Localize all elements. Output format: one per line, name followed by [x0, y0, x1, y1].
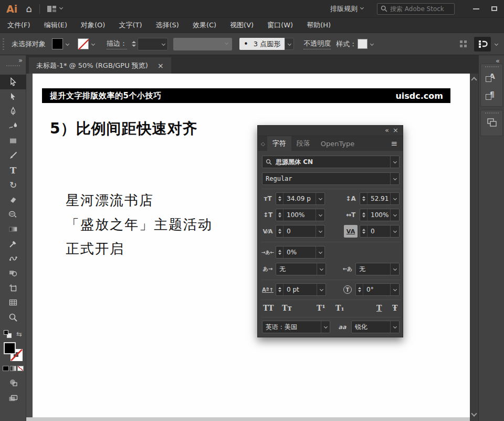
menu-object[interactable]: 对象(O)	[81, 20, 105, 30]
gradient-mode-button[interactable]	[10, 366, 16, 371]
screen-mode-button[interactable]	[0, 391, 26, 406]
chevron-down-icon[interactable]	[495, 42, 498, 46]
baseline-stepper[interactable]	[276, 284, 284, 295]
brush-definition-combo[interactable]: • 3 点圆形	[239, 38, 285, 50]
rotate-tool[interactable]: ↻	[0, 178, 26, 192]
home-icon[interactable]: ⌂	[26, 3, 32, 14]
artboard-tool[interactable]	[0, 281, 26, 295]
strikethrough-button[interactable]: Ŧ	[392, 304, 397, 312]
chevron-down-icon[interactable]	[390, 173, 399, 184]
paragraph-styles-panel-icon[interactable]: ¶	[481, 85, 502, 103]
eyedropper-tool[interactable]	[0, 237, 26, 251]
fill-proxy[interactable]	[4, 342, 16, 354]
properties-panel-button[interactable]	[474, 37, 491, 52]
proportional-stepper[interactable]	[276, 247, 284, 258]
fill-stroke-indicator[interactable]	[4, 342, 23, 361]
rotation-field[interactable]: 0°	[355, 283, 400, 296]
superscript-button[interactable]: T¹	[317, 304, 326, 312]
sample-text-block[interactable]: 星河漂流书店 「盛放之年」主题活动 正式开启	[66, 188, 213, 261]
shaper-tool[interactable]	[0, 207, 26, 222]
horizontal-scale-stepper[interactable]	[360, 209, 368, 221]
tab-paragraph[interactable]: 段落	[291, 136, 316, 151]
swap-fill-stroke-icon[interactable]: ⇆	[16, 330, 22, 338]
stroke-label-link[interactable]: 描边：	[107, 39, 127, 49]
chevron-down-icon[interactable]	[316, 209, 324, 221]
search-box[interactable]	[377, 3, 455, 15]
opacity-label-link[interactable]: 不透明度	[303, 39, 331, 49]
horizontal-scrollbar[interactable]	[26, 417, 470, 421]
vertical-scrollbar[interactable]	[470, 74, 478, 421]
tracking-stepper[interactable]	[360, 225, 368, 237]
chevron-down-icon[interactable]	[390, 321, 399, 333]
chevron-down-icon[interactable]	[316, 225, 324, 237]
menu-type[interactable]: 文字(T)	[119, 20, 142, 30]
menu-edit[interactable]: 编辑(E)	[44, 20, 67, 30]
aki-right-field[interactable]: 无	[355, 263, 400, 275]
chevron-down-icon[interactable]	[390, 225, 399, 237]
aki-left-field[interactable]: 无	[276, 263, 326, 275]
chevron-down-icon[interactable]	[317, 263, 326, 275]
maximize-button[interactable]	[486, 3, 502, 15]
chevron-down-icon[interactable]	[59, 6, 63, 9]
stroke-weight-stepper[interactable]	[130, 41, 138, 47]
paintbrush-tool[interactable]	[0, 148, 26, 163]
menu-effect[interactable]: 效果(C)	[193, 20, 216, 30]
color-mode-button[interactable]	[3, 366, 9, 371]
none-mode-button[interactable]	[17, 366, 24, 371]
selection-tool[interactable]	[0, 75, 26, 89]
chevron-down-icon[interactable]	[316, 247, 324, 258]
close-panel-icon[interactable]: ×	[393, 126, 398, 134]
menu-window[interactable]: 窗口(W)	[267, 20, 293, 30]
font-style-combo[interactable]: Regular	[262, 172, 400, 185]
font-family-combo[interactable]: 思源黑体 CN	[262, 156, 400, 168]
direct-selection-tool[interactable]	[0, 89, 26, 104]
vertical-scale-stepper[interactable]	[276, 209, 284, 221]
leading-field[interactable]: 52.91 p	[360, 192, 400, 205]
proportional-spacing-field[interactable]: 0%	[276, 246, 325, 259]
canvas-area[interactable]: 提升文字排版效率的5个小技巧 uisdc.com 5）比例间距快速对齐 星河漂流…	[26, 74, 470, 421]
font-size-stepper[interactable]	[276, 193, 284, 204]
panel-menu-icon[interactable]: ≡	[391, 139, 397, 148]
brush-combo-chevron[interactable]	[285, 38, 294, 50]
layers-panel-icon[interactable]	[481, 114, 502, 131]
character-styles-panel-icon[interactable]: A	[481, 67, 502, 85]
chevron-down-icon[interactable]	[390, 284, 399, 295]
underline-button[interactable]: T	[376, 304, 382, 312]
expand-panel-icon[interactable]: »	[18, 56, 23, 64]
illustrator-logo-icon[interactable]: Ai	[6, 3, 17, 15]
blend-tool[interactable]	[0, 251, 26, 266]
collapse-panel-icon[interactable]: «	[385, 126, 389, 134]
horizontal-scale-field[interactable]: 100%	[360, 209, 400, 221]
gradient-tool[interactable]	[0, 222, 26, 237]
workspace-switcher[interactable]: 排版规则	[330, 4, 363, 14]
rectangle-tool[interactable]	[0, 134, 26, 148]
scroll-up-icon[interactable]	[471, 77, 477, 83]
cycle-widget-icon[interactable]: ◇	[261, 141, 265, 147]
menu-view[interactable]: 视图(V)	[230, 20, 254, 30]
chevron-down-icon[interactable]	[316, 193, 324, 204]
font-size-field[interactable]: 34.09 p	[276, 192, 325, 205]
zoom-tool[interactable]	[0, 310, 26, 325]
kerning-stepper[interactable]	[276, 225, 284, 237]
menu-help[interactable]: 帮助(H)	[307, 20, 331, 30]
type-tool[interactable]: T	[0, 163, 26, 178]
tab-opentype[interactable]: OpenType	[316, 136, 360, 151]
chevron-down-icon[interactable]	[390, 263, 399, 275]
default-fill-stroke-icon[interactable]	[4, 330, 12, 338]
fill-color-button[interactable]	[52, 38, 71, 49]
tracking-field[interactable]: 0	[360, 225, 400, 238]
chevron-down-icon[interactable]	[390, 156, 399, 168]
baseline-shift-field[interactable]: 0 pt	[276, 283, 326, 296]
menu-file[interactable]: 文件(F)	[7, 20, 30, 30]
search-input[interactable]	[390, 5, 448, 13]
small-caps-button[interactable]: Tт	[282, 304, 292, 312]
scroll-down-icon[interactable]	[471, 410, 477, 416]
arrange-documents-icon[interactable]	[47, 5, 57, 13]
chevron-down-icon[interactable]	[321, 321, 330, 333]
subscript-button[interactable]: T₁	[335, 304, 344, 312]
menu-select[interactable]: 选择(S)	[155, 20, 178, 30]
all-caps-button[interactable]: TT	[263, 304, 274, 312]
drawing-modes-button[interactable]	[0, 375, 26, 390]
shape-builder-tool[interactable]	[0, 266, 26, 281]
curvature-tool[interactable]	[0, 119, 26, 134]
